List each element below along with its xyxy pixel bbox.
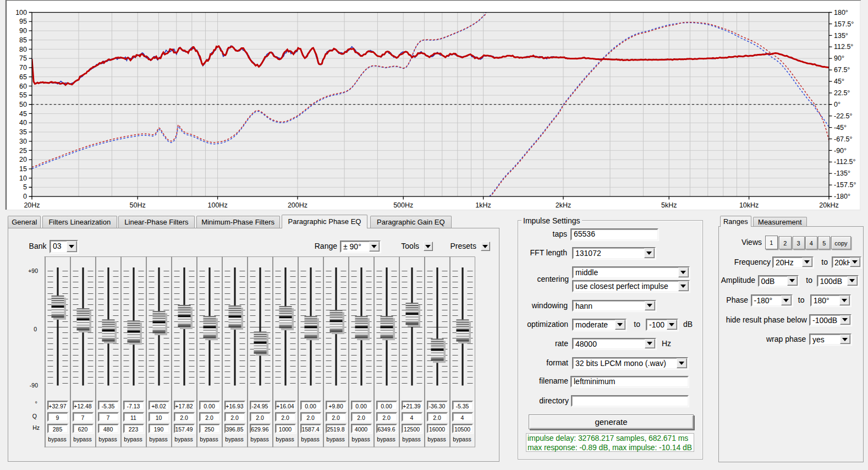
svg-text:100: 100 [15, 9, 27, 17]
svg-text:90°: 90° [834, 54, 844, 62]
svg-text:25: 25 [19, 147, 27, 155]
svg-text:22.5°: 22.5° [834, 89, 850, 97]
svg-text:5kHz: 5kHz [661, 201, 677, 209]
svg-text:112.5°: 112.5° [834, 43, 853, 51]
svg-text:-45°: -45° [834, 124, 847, 132]
svg-text:1kHz: 1kHz [475, 201, 491, 209]
svg-text:15: 15 [19, 165, 27, 173]
svg-text:-90°: -90° [834, 147, 847, 155]
svg-text:70: 70 [19, 64, 27, 72]
svg-text:50: 50 [19, 101, 27, 108]
svg-text:95: 95 [19, 18, 27, 25]
svg-text:35: 35 [19, 128, 27, 136]
svg-text:90: 90 [19, 27, 27, 35]
svg-text:-180°: -180° [834, 193, 850, 200]
svg-text:-67.5°: -67.5° [834, 135, 853, 143]
svg-text:85: 85 [19, 36, 27, 44]
svg-text:2kHz: 2kHz [556, 201, 571, 209]
svg-text:157.5°: 157.5° [834, 20, 854, 28]
svg-text:75: 75 [19, 54, 27, 62]
svg-text:-135°: -135° [834, 170, 850, 177]
svg-text:45: 45 [19, 110, 27, 118]
svg-text:10: 10 [19, 174, 27, 182]
svg-text:10kHz: 10kHz [739, 201, 759, 209]
svg-text:200Hz: 200Hz [288, 201, 307, 209]
svg-text:135°: 135° [834, 32, 848, 40]
svg-text:-112.5°: -112.5° [834, 158, 856, 166]
svg-text:500Hz: 500Hz [393, 201, 413, 209]
svg-text:20kHz: 20kHz [819, 201, 838, 209]
svg-text:-22.5°: -22.5° [834, 112, 853, 120]
svg-text:20Hz: 20Hz [24, 201, 40, 209]
svg-text:40: 40 [19, 119, 27, 127]
svg-text:55: 55 [19, 91, 27, 99]
svg-text:20: 20 [19, 156, 27, 163]
svg-text:30: 30 [19, 138, 27, 145]
svg-text:65: 65 [19, 73, 27, 81]
svg-text:0: 0 [23, 193, 27, 200]
svg-text:0°: 0° [834, 101, 840, 108]
svg-text:5: 5 [23, 183, 27, 191]
svg-text:-157.5°: -157.5° [834, 181, 856, 189]
svg-text:80: 80 [19, 46, 27, 53]
svg-text:45°: 45° [834, 78, 844, 85]
svg-text:50Hz: 50Hz [130, 201, 146, 209]
svg-text:67.5°: 67.5° [834, 66, 850, 74]
svg-text:60: 60 [19, 83, 27, 90]
svg-text:180°: 180° [834, 9, 848, 17]
svg-text:100Hz: 100Hz [208, 201, 228, 209]
